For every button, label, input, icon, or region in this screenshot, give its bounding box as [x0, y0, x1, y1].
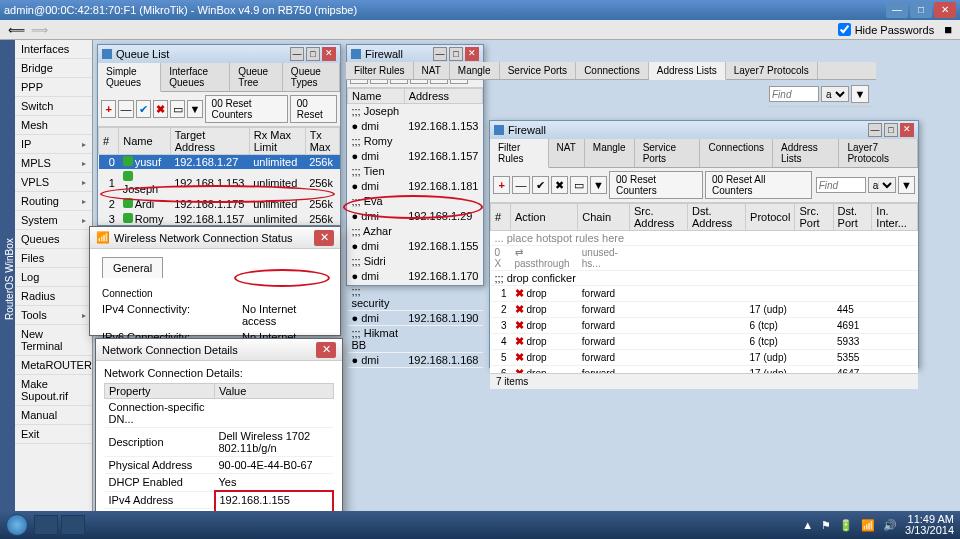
menu-ip[interactable]: IP▸: [15, 135, 92, 154]
tab-filter-rules[interactable]: Filter Rules: [346, 62, 414, 79]
remove-button[interactable]: —: [512, 176, 529, 194]
close-button[interactable]: ✕: [900, 123, 914, 137]
options-icon[interactable]: ■: [944, 22, 952, 37]
menu-queues[interactable]: Queues: [15, 230, 92, 249]
tab-nat[interactable]: NAT: [414, 62, 450, 79]
comment-button[interactable]: ▭: [170, 100, 185, 118]
tab-filter-rules[interactable]: Filter Rules: [490, 139, 549, 168]
start-button[interactable]: [6, 514, 28, 536]
tab-address-lists[interactable]: Address Lists: [649, 62, 726, 80]
table-row[interactable]: 1✖dropforward: [491, 286, 918, 302]
tab-interface-queues[interactable]: Interface Queues: [161, 63, 230, 91]
tab-service-ports[interactable]: Service Ports: [500, 62, 576, 79]
filter-button[interactable]: ▼: [187, 100, 202, 118]
tab-layer7-protocols[interactable]: Layer7 Protocols: [839, 139, 918, 167]
menu-tools[interactable]: Tools▸: [15, 306, 92, 325]
find-input[interactable]: [816, 177, 866, 193]
table-row[interactable]: 2Ardi192.168.1.175unlimited256k: [99, 197, 340, 212]
menu-new-terminal[interactable]: New Terminal: [15, 325, 92, 356]
tab-address-lists[interactable]: Address Lists: [773, 139, 839, 167]
tab-layer7-protocols[interactable]: Layer7 Protocols: [726, 62, 818, 79]
add-button[interactable]: +: [101, 100, 116, 118]
filter-button[interactable]: ▼: [590, 176, 607, 194]
address-list-table[interactable]: NameAddress;;; Joseph ● dmi192.168.1.153…: [347, 88, 483, 368]
tab-connections[interactable]: Connections: [700, 139, 773, 167]
filter-button[interactable]: ▼: [851, 85, 869, 103]
add-button[interactable]: +: [493, 176, 510, 194]
tab-queue-types[interactable]: Queue Types: [283, 63, 340, 91]
table-row[interactable]: 3Romy192.168.1.157unlimited256k: [99, 212, 340, 227]
table-row[interactable]: ● dmi192.168.1.190: [348, 311, 483, 326]
table-row[interactable]: 4✖dropforward6 (tcp)5933: [491, 334, 918, 350]
table-row[interactable]: ;;; Azhar: [348, 224, 483, 239]
enable-button[interactable]: ✔: [532, 176, 549, 194]
enable-button[interactable]: ✔: [136, 100, 151, 118]
menu-routing[interactable]: Routing▸: [15, 192, 92, 211]
table-row[interactable]: ● dmi192.168.1.168: [348, 353, 483, 368]
table-row[interactable]: 6✖dropforward17 (udp)4647: [491, 366, 918, 374]
close-button[interactable]: ✕: [465, 47, 479, 61]
close-button[interactable]: ✕: [322, 47, 336, 61]
menu-interfaces[interactable]: Interfaces: [15, 40, 92, 59]
minimize-button[interactable]: —: [290, 47, 304, 61]
tab-mangle[interactable]: Mangle: [450, 62, 500, 79]
menu-files[interactable]: Files: [15, 249, 92, 268]
close-button[interactable]: ✕: [934, 2, 956, 18]
remove-button[interactable]: —: [118, 100, 133, 118]
comment-button[interactable]: ▭: [570, 176, 587, 194]
table-row[interactable]: ● dmi192.168.1.153: [348, 119, 483, 134]
minimize-button[interactable]: —: [433, 47, 447, 61]
disable-button[interactable]: ✖: [551, 176, 568, 194]
table-row[interactable]: 5✖dropforward17 (udp)5355: [491, 350, 918, 366]
tab-service-ports[interactable]: Service Ports: [635, 139, 701, 167]
action-center-icon[interactable]: ⚑: [821, 519, 831, 532]
table-row[interactable]: ;;; Sidri: [348, 254, 483, 269]
reset-all-button[interactable]: 00 Reset: [290, 95, 337, 123]
menu-make-supout.rif[interactable]: Make Supout.rif: [15, 375, 92, 406]
table-row[interactable]: ;;; Hikmat BB: [348, 326, 483, 353]
tab-queue-tree[interactable]: Queue Tree: [230, 63, 283, 91]
menu-vpls[interactable]: VPLS▸: [15, 173, 92, 192]
minimize-button[interactable]: —: [868, 123, 882, 137]
menu-exit[interactable]: Exit: [15, 425, 92, 444]
back-button[interactable]: ⟸: [8, 23, 25, 37]
table-row[interactable]: 0yusuf192.168.1.27unlimited256k: [99, 155, 340, 170]
table-row[interactable]: ● dmi192.168.1.170: [348, 269, 483, 284]
menu-log[interactable]: Log: [15, 268, 92, 287]
table-row[interactable]: ● dmi192.168.1.155: [348, 239, 483, 254]
table-row[interactable]: 2✖dropforward17 (udp)445: [491, 302, 918, 318]
menu-bridge[interactable]: Bridge: [15, 59, 92, 78]
table-row[interactable]: 1Joseph192.168.1.153unlimited256k: [99, 170, 340, 197]
maximize-button[interactable]: □: [449, 47, 463, 61]
filter-button[interactable]: ▼: [898, 176, 915, 194]
taskbar-item[interactable]: [34, 515, 58, 535]
minimize-button[interactable]: —: [886, 2, 908, 18]
hide-passwords-checkbox[interactable]: Hide Passwords: [838, 23, 934, 36]
table-row[interactable]: ;;; Eva: [348, 194, 483, 209]
table-row[interactable]: ● dmi192.168.1.29: [348, 209, 483, 224]
battery-icon[interactable]: 🔋: [839, 519, 853, 532]
menu-mpls[interactable]: MPLS▸: [15, 154, 92, 173]
filter-rules-table[interactable]: #ActionChainSrc. AddressDst. AddressProt…: [490, 203, 918, 373]
find-input[interactable]: [769, 86, 819, 102]
forward-button[interactable]: ⟹: [31, 23, 48, 37]
filter-select[interactable]: all: [868, 177, 896, 193]
tab-simple-queues[interactable]: Simple Queues: [98, 63, 161, 92]
table-row[interactable]: ● dmi192.168.1.157: [348, 149, 483, 164]
menu-mesh[interactable]: Mesh: [15, 116, 92, 135]
reset-all-counters-button[interactable]: 00 Reset All Counters: [705, 171, 812, 199]
windows-taskbar[interactable]: ▲ ⚑ 🔋 📶 🔊 11:49 AM 3/13/2014: [0, 511, 960, 539]
tab-mangle[interactable]: Mangle: [585, 139, 635, 167]
clock-date[interactable]: 3/13/2014: [905, 525, 954, 536]
table-row[interactable]: ;;; Tien: [348, 164, 483, 179]
reset-counters-button[interactable]: 00 Reset Counters: [609, 171, 703, 199]
table-row[interactable]: 3✖dropforward6 (tcp)4691: [491, 318, 918, 334]
menu-ppp[interactable]: PPP: [15, 78, 92, 97]
table-row[interactable]: ● dmi192.168.1.181: [348, 179, 483, 194]
menu-manual[interactable]: Manual: [15, 406, 92, 425]
disable-button[interactable]: ✖: [153, 100, 168, 118]
tab-nat[interactable]: NAT: [549, 139, 585, 167]
menu-metarouter[interactable]: MetaROUTER: [15, 356, 92, 375]
menu-radius[interactable]: Radius: [15, 287, 92, 306]
maximize-button[interactable]: □: [884, 123, 898, 137]
